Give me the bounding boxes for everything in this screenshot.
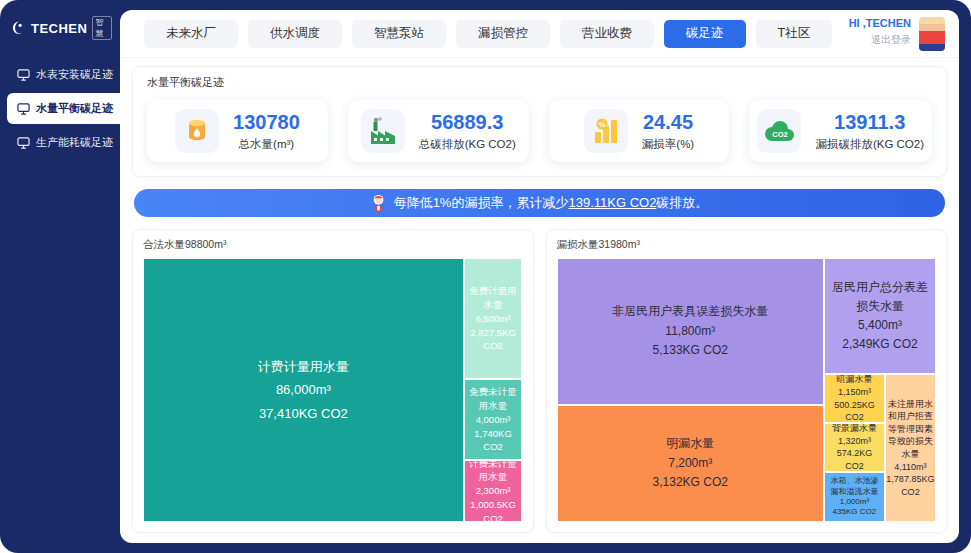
kpi-panel: 水量平衡碳足迹 130780 总水量(m³) <box>132 66 947 177</box>
brand-swirl-icon <box>10 18 26 38</box>
block-volume: 1,000m³ <box>840 497 869 507</box>
kpi-label: 漏损碳排放(KG CO2) <box>815 137 924 152</box>
kpi-card-leak-carbon: CO2 13911.3 漏损碳排放(KG CO2) <box>749 100 932 162</box>
main-area: 未来水厂 供水调度 智慧泵站 漏损管控 营业收费 碳足迹 T社区 HI ,TEC… <box>120 10 959 543</box>
block-volume: 2,300m³ <box>476 484 511 498</box>
block-label: 免费未计量用水量 <box>467 385 520 413</box>
tab-smart-pump[interactable]: 智慧泵站 <box>352 20 446 48</box>
treemap-block-tank-overflow[interactable]: 水箱、水池渗漏和溢流水量 1,000m³ 435KG CO2 <box>824 472 885 522</box>
brand-name: TECHEN <box>31 21 87 36</box>
kpi-value: 13911.3 <box>834 111 905 134</box>
block-co2: 1,787.85KG CO2 <box>886 473 934 498</box>
sidebar-nav: 水表安装碳足迹 水量平衡碳足迹 生产能耗碳足迹 <box>0 59 120 158</box>
block-volume: 11,800m³ <box>665 322 715 341</box>
sidebar-item-label: 生产能耗碳足迹 <box>36 135 113 150</box>
block-volume: 4,110m³ <box>894 461 926 474</box>
monitor-icon <box>17 69 30 81</box>
block-volume: 1,320m³ <box>838 435 871 448</box>
page-title: 水量平衡碳足迹 <box>147 75 932 90</box>
kpi-value: 24.45 <box>643 111 693 134</box>
kpi-label: 总水量(m³) <box>239 137 295 152</box>
sidebar-item-water-balance[interactable]: 水量平衡碳足迹 <box>7 93 120 124</box>
sidebar-item-energy[interactable]: 生产能耗碳足迹 <box>7 127 120 158</box>
treemap-block-free-unmetered[interactable]: 免费未计量用水量 4,000m³ 1,740KG CO2 <box>464 379 523 460</box>
treemap-block-resident-meter-diff[interactable]: 居民用户总分表差损失水量 5,400m³ 2,349KG CO2 <box>824 258 936 374</box>
treemap-block-hidden-leak[interactable]: 暗漏水量 1,150m³ 500.25KG CO2 <box>824 374 885 423</box>
treemap-block-unregistered-use[interactable]: 未注册用水和用户拒查等管理因素导致的损失水量 4,110m³ 1,787.85K… <box>885 374 936 522</box>
kpi-label: 漏损率(%) <box>642 137 694 152</box>
kpi-label: 总碳排放(KG CO2) <box>419 137 516 152</box>
treemap-block-nonresident-meter-error[interactable]: 非居民用户表具误差损失水量 11,800m³ 5,133KG CO2 <box>557 258 825 405</box>
block-volume: 4,000m³ <box>476 413 511 427</box>
kpi-card-total-water: 130780 总水量(m³) <box>147 100 328 162</box>
treemap-block-free-metered[interactable]: 免费计量用水量 6,500m³ 2,827.5KG CO2 <box>464 258 523 379</box>
avatar[interactable] <box>919 17 945 51</box>
treemap-block-billed-unmetered[interactable]: 计费未计量用水量 2,300m³ 1,000.5KG CO2 <box>464 460 523 522</box>
tab-carbon-footprint[interactable]: 碳足迹 <box>664 20 746 48</box>
block-co2: 1,740KG CO2 <box>467 427 520 455</box>
tab-leakage-control[interactable]: 漏损管控 <box>456 20 550 48</box>
top-nav: 未来水厂 供水调度 智慧泵站 漏损管控 营业收费 碳足迹 T社区 HI ,TEC… <box>120 10 959 58</box>
tab-future-plant[interactable]: 未来水厂 <box>144 20 238 48</box>
block-co2: 1,000.5KG CO2 <box>467 498 520 522</box>
banner-text: 每降低1%的漏损率，累计减少139.11KG CO2碳排放。 <box>394 194 709 212</box>
legal-water-treemap: 计费计量用水量 86,000m³ 37,410KG CO2 免费计量用水量 6,… <box>143 258 523 522</box>
monitor-icon <box>17 137 30 149</box>
banner-prefix: 每降低1%的漏损率，累计减少 <box>394 195 569 210</box>
leakage-water-treemap: 非居民用户表具误差损失水量 11,800m³ 5,133KG CO2 居民用户总… <box>557 258 937 522</box>
kpi-card-leak-rate: % 24.45 漏损率(%) <box>549 100 730 162</box>
carbon-saving-banner: 每降低1%的漏损率，累计减少139.11KG CO2碳排放。 <box>134 189 945 217</box>
block-label: 暗漏水量 <box>836 374 872 386</box>
mascot-icon <box>371 194 386 213</box>
brand-badge: 智慧 <box>92 16 112 40</box>
treemap-block-billed-metered[interactable]: 计费计量用水量 86,000m³ 37,410KG CO2 <box>143 258 464 522</box>
brand-logo[interactable]: TECHEN 智慧 <box>0 12 120 56</box>
nav-tabs: 未来水厂 供水调度 智慧泵站 漏损管控 营业收费 碳足迹 T社区 <box>144 20 849 48</box>
tab-community[interactable]: T社区 <box>756 20 833 48</box>
block-label: 计费未计量用水量 <box>467 460 520 484</box>
block-label: 未注册用水和用户拒查等管理因素导致的损失水量 <box>888 398 933 461</box>
sidebar: TECHEN 智慧 水表安装碳足迹 水量平衡碳足迹 生产能耗碳足迹 <box>0 0 120 553</box>
sidebar-item-label: 水量平衡碳足迹 <box>36 101 113 116</box>
water-tank-icon <box>175 109 219 153</box>
block-volume: 5,400m³ <box>858 316 902 335</box>
co2-cloud-icon: CO2 <box>757 109 801 153</box>
kpi-value: 130780 <box>233 111 300 134</box>
block-label: 居民用户总分表差损失水量 <box>827 278 933 316</box>
tab-supply-dispatch[interactable]: 供水调度 <box>248 20 342 48</box>
block-volume: 1,150m³ <box>838 386 871 399</box>
block-volume: 6,500m³ <box>476 312 511 326</box>
treemap-block-background-leak[interactable]: 背景漏水量 1,320m³ 574.2KG CO2 <box>824 423 885 472</box>
svg-text:%: % <box>598 120 605 129</box>
banner-highlight: 139.11KG CO2 <box>568 195 656 210</box>
page-content: 水量平衡碳足迹 130780 总水量(m³) <box>120 58 959 543</box>
block-co2: 574.2KG CO2 <box>827 447 882 471</box>
legal-water-panel: 合法水量98800m³ 计费计量用水量 86,000m³ 37,410KG CO… <box>132 229 534 533</box>
block-label: 背景漏水量 <box>832 423 877 435</box>
block-label: 水箱、水池渗漏和溢流水量 <box>827 476 882 497</box>
monitor-icon <box>17 103 30 115</box>
leakage-water-panel: 漏损水量31980m³ 非居民用户表具误差损失水量 11,800m³ 5,133… <box>546 229 948 533</box>
sidebar-item-meter-install[interactable]: 水表安装碳足迹 <box>7 59 120 90</box>
factory-icon <box>361 109 405 153</box>
kpi-value: 56889.3 <box>431 111 503 134</box>
block-co2: 2,827.5KG CO2 <box>467 326 520 354</box>
block-co2: 37,410KG CO2 <box>259 402 348 425</box>
treemap-block-visible-leak[interactable]: 明漏水量 7,200m³ 3,132KG CO2 <box>557 405 825 522</box>
block-co2: 5,133KG CO2 <box>653 341 728 360</box>
block-co2: 500.25KG CO2 <box>827 399 882 423</box>
legal-water-title: 合法水量98800m³ <box>143 238 523 252</box>
percent-icon: % <box>584 109 628 153</box>
treemap-section: 合法水量98800m³ 计费计量用水量 86,000m³ 37,410KG CO… <box>132 229 947 533</box>
user-greeting: HI ,TECHEN <box>849 17 911 29</box>
block-co2: 2,349KG CO2 <box>842 335 917 354</box>
block-label: 免费计量用水量 <box>467 284 520 312</box>
svg-text:CO2: CO2 <box>773 130 788 139</box>
block-label: 非居民用户表具误差损失水量 <box>612 302 768 321</box>
leakage-water-title: 漏损水量31980m³ <box>557 238 937 252</box>
logout-button[interactable]: 退出登录 <box>849 33 911 47</box>
block-co2: 435KG CO2 <box>833 507 877 517</box>
sidebar-item-label: 水表安装碳足迹 <box>36 67 113 82</box>
tab-billing[interactable]: 营业收费 <box>560 20 654 48</box>
block-volume: 7,200m³ <box>668 454 712 473</box>
